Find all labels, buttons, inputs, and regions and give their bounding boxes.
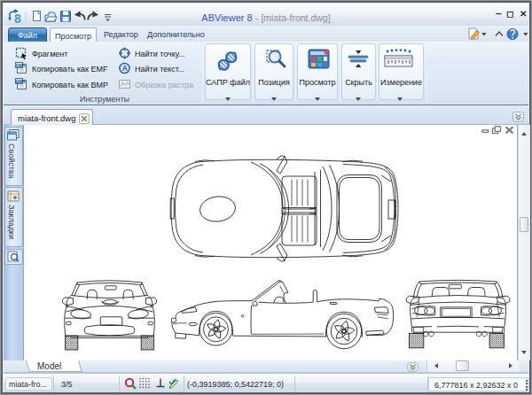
svg-text:EMF: EMF bbox=[16, 63, 25, 67]
svg-text:BMP: BMP bbox=[16, 80, 25, 84]
svg-text:A: A bbox=[122, 64, 129, 73]
svg-text:8: 8 bbox=[14, 12, 21, 25]
